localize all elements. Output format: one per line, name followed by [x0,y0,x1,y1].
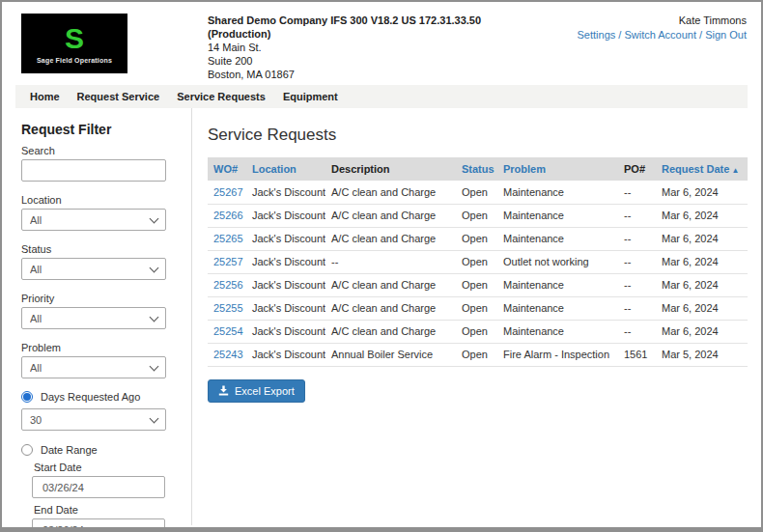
cell-request-date: Mar 6, 2024 [656,204,748,227]
service-requests-table-body: 25267Jack's DiscountA/C clean and Charge… [208,181,748,366]
cell-request-date: Mar 6, 2024 [656,250,748,273]
days-requested-radio[interactable] [21,391,33,403]
wo-link[interactable]: 25257 [213,256,243,267]
link-separator: / [696,29,705,41]
cell-po: -- [618,181,656,204]
nav-item-request-service[interactable]: Request Service [69,91,169,102]
location-select[interactable]: All [21,209,166,231]
request-filter-panel: Request Filter Search Location All Statu… [15,108,192,525]
days-requested-label: Days Requested Ago [41,391,140,403]
cell-description: A/C clean and Charge [325,320,456,343]
cell-location: Jack's Discount [246,273,325,296]
company-name-line: Shared Demo Company IFS 300 V18.2 US 172… [208,14,481,27]
cell-location: Jack's Discount [246,227,325,250]
excel-export-button[interactable]: Excel Export [208,379,305,403]
logo-letter: S [65,24,84,53]
wo-link[interactable]: 25243 [213,349,243,360]
date-range-radio[interactable] [21,444,33,456]
settings-link[interactable]: Settings [578,29,616,41]
wo-link[interactable]: 25256 [213,279,243,291]
cell-po: -- [618,227,656,250]
wo-link[interactable]: 25267 [213,186,243,198]
table-row: 25257Jack's Discount--OpenOutlet not wor… [208,250,748,273]
table-row: 25266Jack's DiscountA/C clean and Charge… [208,204,748,227]
sort-ascending-icon: ▲ [729,166,739,175]
nav-item-equipment[interactable]: Equipment [274,91,347,102]
table-row: 25256Jack's DiscountA/C clean and Charge… [208,273,748,296]
column-header-wo[interactable]: WO# [208,157,246,181]
start-date-input[interactable] [32,476,165,498]
cell-problem: Fire Alarm - Inspection [497,343,618,366]
nav-item-service-requests[interactable]: Service Requests [168,91,274,102]
column-header-problem[interactable]: Problem [497,157,618,181]
days-requested-radio-row: Days Requested Ago [21,391,191,403]
company-environment: (Production) [208,27,481,41]
days-requested-select[interactable]: 30 [21,408,166,431]
cell-wo: 25254 [208,320,246,343]
location-select-wrap: All [21,209,166,231]
wo-link[interactable]: 25254 [213,325,243,337]
problem-label: Problem [21,342,191,353]
cell-location: Jack's Discount [246,343,325,366]
problem-select[interactable]: All [21,356,166,378]
cell-status: Open [456,204,497,227]
problem-select-wrap: All [21,356,166,378]
wo-link[interactable]: 25255 [213,302,243,314]
service-requests-table: WO#LocationDescriptionStatusProblemPO#Re… [208,157,748,367]
cell-description: -- [325,250,456,273]
cell-wo: 25265 [208,227,246,250]
cell-status: Open [456,250,497,273]
column-header-po: PO# [618,157,656,181]
table-header-row: WO#LocationDescriptionStatusProblemPO#Re… [208,157,748,181]
cell-request-date: Mar 5, 2024 [656,343,748,366]
page-title: Service Requests [208,126,748,145]
cell-wo: 25257 [208,250,246,273]
nav-item-home[interactable]: Home [21,91,69,102]
cell-status: Open [456,296,497,320]
cell-problem: Maintenance [497,296,618,320]
cell-description: A/C clean and Charge [325,296,456,320]
priority-select[interactable]: All [21,307,166,329]
cell-location: Jack's Discount [246,320,325,343]
user-links: Settings / Switch Account / Sign Out [578,28,748,42]
cell-request-date: Mar 6, 2024 [656,296,748,320]
content-area: Request Filter Search Location All Statu… [15,108,748,525]
filter-panel-title: Request Filter [21,122,191,137]
cell-po: 1561 [618,343,656,366]
cell-problem: Maintenance [497,320,618,343]
cell-location: Jack's Discount [246,296,325,320]
cell-problem: Outlet not working [497,250,618,273]
cell-description: A/C clean and Charge [325,204,456,227]
table-row: 25265Jack's DiscountA/C clean and Charge… [208,227,748,250]
wo-link[interactable]: 25266 [213,210,243,221]
column-header-description: Description [325,157,456,181]
cell-po: -- [618,273,656,296]
download-icon [218,385,229,396]
cell-location: Jack's Discount [246,204,325,227]
switch-account-link[interactable]: Switch Account [624,29,696,41]
sign-out-link[interactable]: Sign Out [705,29,747,41]
cell-po: -- [618,320,656,343]
column-header-status[interactable]: Status [456,157,497,181]
cell-wo: 25266 [208,204,246,227]
cell-request-date: Mar 6, 2024 [656,181,748,204]
status-select[interactable]: All [21,258,166,280]
cell-po: -- [618,204,656,227]
cell-status: Open [456,273,497,296]
cell-request-date: Mar 6, 2024 [656,273,748,296]
excel-export-label: Excel Export [235,385,295,397]
company-address-street: 14 Main St. [208,41,481,54]
table-row: 25267Jack's DiscountA/C clean and Charge… [208,181,748,204]
cell-request-date: Mar 6, 2024 [656,227,748,250]
column-header-location[interactable]: Location [246,157,325,181]
end-date-label: End Date [34,504,191,516]
column-header-request-date[interactable]: Request Date ▲ [656,157,748,181]
company-info: Shared Demo Company IFS 300 V18.2 US 172… [208,14,481,81]
cell-location: Jack's Discount [246,250,325,273]
main-nav: Home Request Service Service Requests Eq… [15,85,748,108]
end-date-input[interactable] [32,518,165,532]
cell-location: Jack's Discount [246,181,325,204]
table-row: 25243Jack's DiscountAnnual Boiler Servic… [208,343,748,366]
wo-link[interactable]: 25265 [213,233,243,244]
search-input[interactable] [21,159,166,182]
